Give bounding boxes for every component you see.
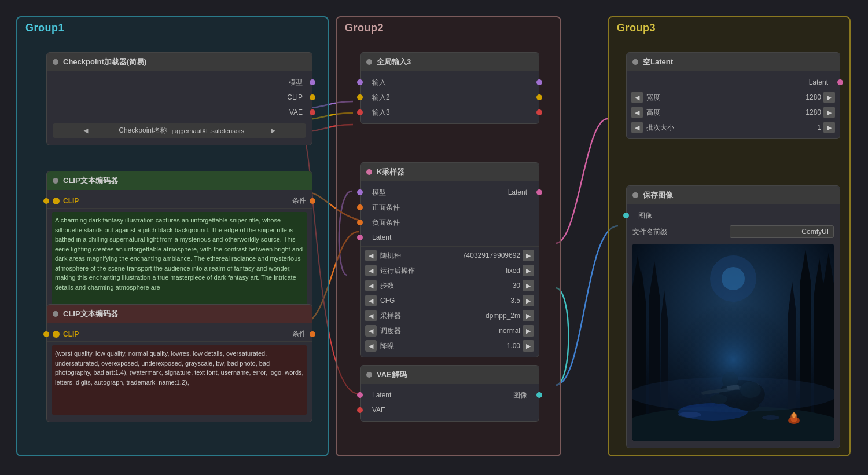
- latent-width-dec[interactable]: ◀: [631, 92, 643, 103]
- checkpoint-model-port[interactable]: [310, 79, 315, 85]
- ksampler-control-dec[interactable]: ◀: [365, 265, 377, 276]
- checkpoint-header: Checkpoint加载器(简易): [47, 53, 312, 71]
- ksampler-model-left-port[interactable]: [357, 189, 363, 195]
- latent-height-dec[interactable]: ◀: [631, 107, 643, 118]
- ksampler-seed-dec[interactable]: ◀: [365, 250, 377, 261]
- global-input1-left-port[interactable]: [357, 79, 363, 85]
- ksampler-denoise-row: ◀ 降噪 1.00 ▶: [361, 338, 539, 353]
- checkpoint-body: 模型 CLIP VAE ◀ Checkpoint名称 juggernautXL.…: [47, 71, 312, 145]
- checkpoint-selector[interactable]: ◀ Checkpoint名称 juggernautXL.safetensors …: [53, 123, 306, 138]
- group3-title: Group3: [609, 17, 849, 39]
- latent-out-label: Latent: [809, 78, 828, 86]
- vae-vae-port[interactable]: [357, 407, 363, 413]
- ksampler-seed-inc[interactable]: ▶: [523, 250, 534, 261]
- clip-neg-dot: [53, 311, 58, 317]
- save-dot: [632, 192, 638, 198]
- ksampler-cfg-inc[interactable]: ▶: [523, 295, 534, 306]
- ksampler-cfg-dec[interactable]: ◀: [365, 295, 377, 306]
- ksampler-control-row: ◀ 运行后操作 fixed ▶: [361, 263, 539, 278]
- ksampler-sampler-label: 采样器: [380, 311, 486, 321]
- ksampler-seed-label: 随机种: [380, 251, 462, 261]
- ksampler-sampler-dec[interactable]: ◀: [365, 310, 377, 321]
- latent-body: Latent ◀ 宽度 1280 ▶ ◀ 高度 1280 ▶ ◀ 批次: [627, 71, 840, 138]
- clip-pos-header: CLIP文本编码器: [47, 171, 312, 190]
- latent-header: 空Latent: [627, 53, 840, 71]
- latent-height-inc[interactable]: ▶: [823, 107, 835, 118]
- save-filename-input[interactable]: [730, 225, 834, 238]
- ksampler-pos-port[interactable]: [357, 204, 363, 210]
- latent-node: 空Latent Latent ◀ 宽度 1280 ▶ ◀ 高度 1280: [626, 52, 840, 139]
- latent-out-row: Latent: [627, 75, 840, 90]
- latent-title: 空Latent: [643, 57, 673, 67]
- save-image-port[interactable]: [623, 213, 629, 218]
- checkpoint-clip-port[interactable]: [310, 94, 315, 100]
- ksampler-sampler-row: ◀ 采样器 dpmpp_2m ▶: [361, 308, 539, 323]
- checkpoint-model-row: 模型: [47, 75, 312, 90]
- ksampler-latent-port[interactable]: [357, 235, 363, 240]
- latent-width-value: 1280: [806, 93, 821, 101]
- ksampler-scheduler-inc[interactable]: ▶: [523, 325, 534, 337]
- ksampler-steps-dec[interactable]: ◀: [365, 280, 377, 291]
- latent-dot: [632, 59, 638, 65]
- ksampler-neg-row: 负面条件: [361, 215, 539, 230]
- latent-batch-label: 批次大小: [646, 123, 817, 133]
- ksampler-neg-port[interactable]: [357, 220, 363, 225]
- global-input2-label: 输入2: [372, 93, 390, 103]
- svg-point-33: [762, 415, 779, 420]
- latent-width-inc[interactable]: ▶: [823, 92, 835, 103]
- group2: Group2 全局输入3 输入 输入2 输: [336, 16, 561, 456]
- clip-pos-cond-port[interactable]: [310, 198, 315, 204]
- save-body: 图像 文件名前缀: [627, 204, 840, 448]
- clip-neg-clip-port[interactable]: [43, 331, 49, 337]
- ksampler-denoise-inc[interactable]: ▶: [523, 340, 534, 352]
- ksampler-seed-value: 740329179909692: [462, 251, 520, 260]
- ksampler-control-value: fixed: [506, 266, 520, 275]
- vae-node: VAE解码 Latent 图像 VAE: [360, 365, 539, 422]
- checkpoint-dot: [53, 59, 58, 65]
- ksampler-seed-row: ◀ 随机种 740329179909692 ▶: [361, 248, 539, 263]
- vae-vae-label: VAE: [372, 406, 385, 414]
- clip-neg-textarea[interactable]: (worst quality, low quality, normal qual…: [52, 345, 307, 415]
- ksampler-denoise-dec[interactable]: ◀: [365, 340, 377, 352]
- global-input3-left-port[interactable]: [357, 109, 363, 115]
- vae-latent-port[interactable]: [357, 392, 363, 398]
- vae-latent-row: Latent 图像: [361, 388, 539, 403]
- ksampler-model-label: 模型: [372, 188, 386, 198]
- clip-pos-textarea[interactable]: A charming dark fantasy illustration cap…: [52, 212, 307, 310]
- clip-pos-input-row: CLIP 条件: [47, 193, 312, 209]
- svg-point-2: [722, 267, 745, 290]
- checkpoint-vae-port[interactable]: [310, 109, 315, 115]
- clip-pos-clip-port[interactable]: [43, 198, 49, 204]
- ksampler-scheduler-row: ◀ 调度器 normal ▶: [361, 323, 539, 338]
- ksampler-control-inc[interactable]: ▶: [523, 265, 534, 276]
- ksampler-denoise-value: 1.00: [507, 342, 520, 350]
- checkpoint-model-label: 模型: [289, 78, 303, 87]
- clip-neg-cond-port[interactable]: [310, 331, 315, 337]
- latent-batch-dec[interactable]: ◀: [631, 122, 643, 133]
- latent-out-port[interactable]: [837, 79, 843, 85]
- global-input3-right-port[interactable]: [536, 109, 542, 115]
- clip-neg-input-row: CLIP 条件: [47, 327, 312, 342]
- ksampler-latent-right-port[interactable]: [536, 189, 542, 195]
- global-input-dot: [366, 59, 372, 65]
- clip-pos-cond-label: 条件: [292, 196, 306, 206]
- clip-pos-body: CLIP 条件 A charming dark fantasy illustra…: [47, 190, 312, 317]
- clip-neg-title: CLIP文本编码器: [63, 309, 118, 319]
- vae-image-port[interactable]: [536, 392, 542, 398]
- ksampler-sampler-inc[interactable]: ▶: [523, 310, 534, 321]
- latent-batch-inc[interactable]: ▶: [823, 122, 835, 133]
- clip-pos-title: CLIP文本编码器: [63, 176, 118, 186]
- global-input2-right-port[interactable]: [536, 94, 542, 100]
- ksampler-latent-out-label: Latent: [508, 188, 527, 196]
- ksampler-node: K采样器 模型 Latent 正面条件 负面条件: [360, 162, 539, 357]
- ksampler-steps-inc[interactable]: ▶: [523, 280, 534, 291]
- ksampler-title: K采样器: [377, 167, 404, 177]
- checkpoint-vae-row: VAE: [47, 105, 312, 120]
- global-input1-right-port[interactable]: [536, 79, 542, 85]
- global-input2-left-port[interactable]: [357, 94, 363, 100]
- ksampler-scheduler-dec[interactable]: ◀: [365, 325, 377, 337]
- selector-left-arrow[interactable]: ◀: [57, 127, 115, 134]
- ksampler-neg-label: 负面条件: [372, 218, 400, 228]
- selector-right-arrow[interactable]: ▶: [244, 127, 301, 134]
- ksampler-cfg-value: 3.5: [510, 297, 520, 305]
